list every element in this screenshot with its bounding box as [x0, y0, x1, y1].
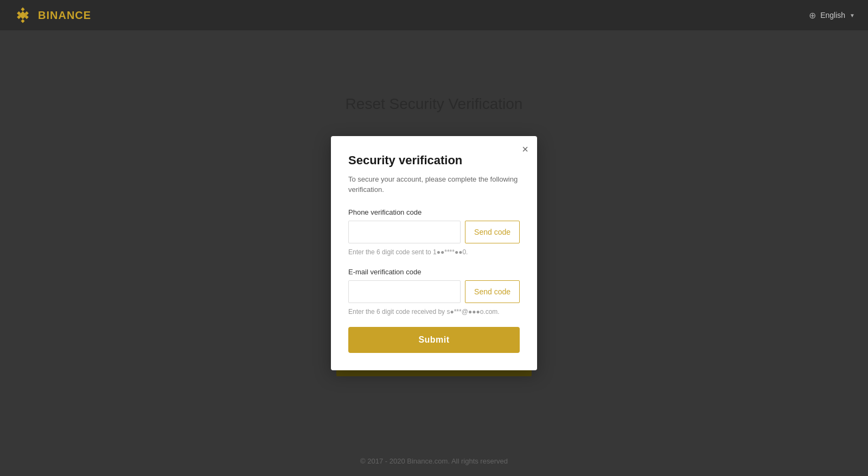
phone-field-label: Phone verification code: [348, 208, 520, 216]
language-label: English: [820, 11, 845, 20]
globe-icon: ⊕: [809, 10, 816, 21]
brand-logo: BINANCE: [13, 5, 91, 25]
phone-field-row: Send code: [348, 221, 520, 243]
close-button[interactable]: ×: [522, 144, 528, 155]
chevron-down-icon: ▼: [850, 12, 855, 18]
phone-code-input[interactable]: [348, 221, 461, 243]
phone-send-code-button[interactable]: Send code: [465, 221, 520, 243]
email-send-code-button[interactable]: Send code: [465, 280, 520, 303]
binance-logo-icon: [13, 5, 33, 25]
security-verification-modal: × Security verification To secure your a…: [331, 136, 537, 371]
modal-title: Security verification: [348, 153, 520, 168]
header: BINANCE ⊕ English ▼: [0, 0, 868, 30]
email-field-label: E-mail verification code: [348, 268, 520, 276]
phone-field-hint: Enter the 6 digit code sent to 1●●****●●…: [348, 248, 520, 257]
language-selector[interactable]: ⊕ English ▼: [809, 10, 855, 21]
modal-overlay: × Security verification To secure your a…: [0, 30, 868, 476]
email-field-row: Send code: [348, 280, 520, 303]
modal-subtitle: To secure your account, please complete …: [348, 174, 520, 195]
svg-marker-0: [21, 8, 24, 11]
brand-name: BINANCE: [38, 9, 91, 22]
email-code-input[interactable]: [348, 280, 461, 303]
email-field-hint: Enter the 6 digit code received by s●***…: [348, 307, 520, 317]
svg-marker-6: [21, 19, 24, 23]
submit-button[interactable]: Submit: [348, 327, 520, 353]
